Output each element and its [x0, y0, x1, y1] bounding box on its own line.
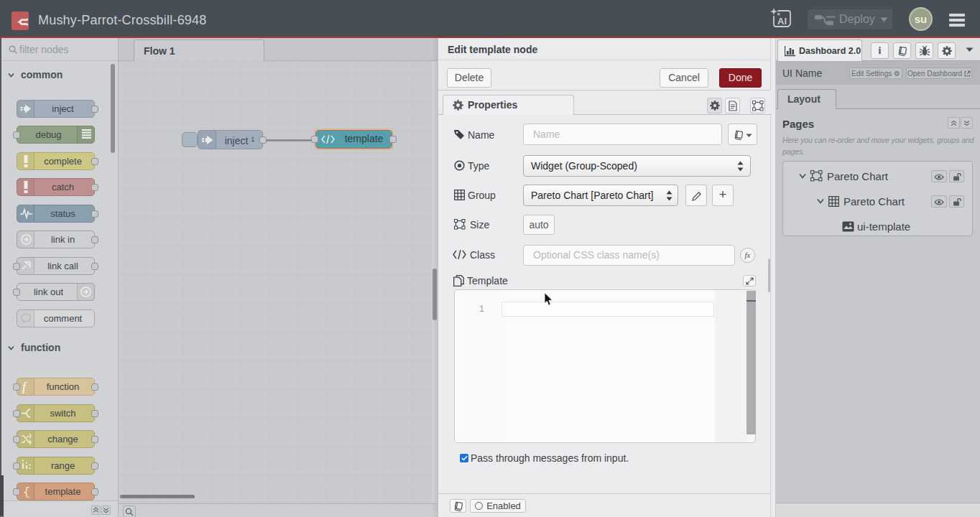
- svg-text:AI: AI: [777, 16, 787, 27]
